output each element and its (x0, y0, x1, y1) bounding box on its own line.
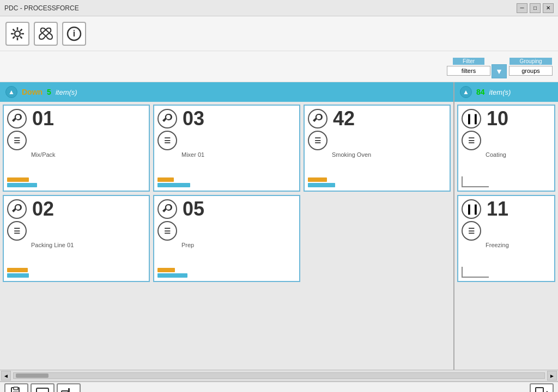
card-chart-03 (157, 175, 296, 187)
wrench-icon-42 (308, 109, 327, 128)
filter-group: Filter filters (447, 58, 490, 76)
filter-label: Filter (453, 58, 484, 65)
bar-orange-42 (308, 177, 327, 182)
scroll-left-button[interactable]: ◄ (1, 371, 11, 381)
bottom-left-icons (4, 383, 81, 393)
list-icon-42: ☰ (308, 131, 327, 150)
bar-orange-05 (157, 268, 175, 272)
machine-card-42[interactable]: ☰ 42 Smoking Oven (304, 105, 451, 192)
bar-blue-42 (308, 183, 335, 187)
wrench-icon-01 (7, 109, 27, 128)
grouping-label: Grouping (510, 58, 551, 65)
machine-number-42: 42 (333, 109, 355, 128)
filter-bar: Filter filters ▼ Grouping groups (0, 51, 558, 82)
groups-button[interactable]: groups (509, 66, 553, 76)
card-header-11: ❙❙ ☰ 11 (462, 199, 551, 241)
list-icon-05: ☰ (157, 221, 177, 241)
forklift-icon[interactable] (57, 383, 81, 393)
machine-card-03[interactable]: ☰ 03 Mixer 01 (153, 105, 300, 192)
down-collapse-button[interactable]: ▲ (5, 86, 17, 98)
scroll-right-button[interactable]: ► (547, 371, 557, 381)
list-icon-11: ☰ (462, 221, 481, 241)
list-icon-03: ☰ (157, 131, 177, 150)
settings-icon[interactable] (5, 22, 29, 46)
svg-line-6 (20, 36, 22, 39)
machine-card-05[interactable]: ☰ 05 Prep (153, 195, 300, 282)
machine-card-02[interactable]: ☰ 02 Packing Line 01 (3, 195, 150, 282)
machine-card-01[interactable]: ☰ 01 Mix/Pack (3, 105, 150, 192)
card-header-03: ☰ 03 (157, 109, 296, 150)
svg-line-8 (13, 36, 15, 39)
wrench-icon-05 (157, 199, 177, 219)
svg-point-0 (15, 31, 20, 36)
machine-number-03: 03 (183, 109, 204, 128)
minimize-button[interactable]: ─ (517, 3, 527, 13)
right-count: 84 (476, 88, 485, 96)
down-label: Down (22, 88, 43, 96)
card-header-05: ☰ 05 (157, 199, 296, 241)
close-button[interactable]: ✕ (543, 3, 554, 13)
list-icon-10: ☰ (462, 131, 481, 150)
app-title: PDC - PROCESSFORCE (4, 4, 79, 12)
bottom-toolbar (0, 382, 558, 392)
svg-rect-16 (37, 388, 48, 393)
card-chart-11 (462, 265, 551, 278)
card-header-42: ☰ 42 (308, 109, 446, 150)
scrollbar-area: ◄ ► (0, 370, 558, 382)
maximize-button[interactable]: □ (530, 3, 541, 13)
scroll-track[interactable] (13, 372, 545, 379)
pause-icon-11: ❙❙ (462, 199, 481, 219)
card-chart-05 (157, 266, 296, 278)
monitor-icon[interactable] (31, 383, 54, 393)
scroll-thumb[interactable] (16, 373, 48, 378)
machine-number-05: 05 (183, 199, 204, 219)
machine-name-42: Smoking Oven (332, 151, 446, 158)
svg-rect-20 (68, 388, 70, 393)
tools-icon[interactable] (34, 22, 58, 46)
svg-line-5 (13, 29, 15, 31)
info-icon[interactable]: i (62, 22, 86, 46)
empty-slot (304, 195, 451, 282)
bar-blue-05 (157, 273, 187, 278)
bar-blue-02 (7, 273, 29, 278)
wrench-icon-02 (7, 199, 27, 219)
card-header-10: ❙❙ ☰ 10 (462, 109, 551, 150)
wrench-icon-03 (157, 109, 177, 128)
machine-card-10[interactable]: ❙❙ ☰ 10 Coating (457, 105, 555, 192)
bar-orange-02 (7, 268, 28, 272)
document-icon[interactable] (4, 383, 28, 393)
list-icon-02: ☰ (7, 221, 27, 241)
right-items-label: item(s) (489, 88, 511, 96)
right-collapse-button[interactable]: ▲ (460, 86, 472, 98)
machine-number-10: 10 (487, 109, 508, 128)
filter-button[interactable]: filters (447, 66, 490, 76)
bar-orange-03 (157, 177, 174, 182)
machine-name-02: Packing Line 01 (31, 242, 145, 248)
grouping-group: Grouping groups (509, 58, 553, 76)
bar-orange-01 (7, 177, 29, 182)
card-chart-10 (462, 174, 551, 187)
left-panel: ▲ Down 5 item(s) ☰ 01 (0, 82, 454, 370)
bar-blue-01 (7, 183, 37, 187)
card-chart-02 (7, 266, 145, 278)
machine-number-01: 01 (32, 109, 54, 128)
machine-name-01: Mix/Pack (31, 151, 145, 158)
right-panel: ▲ 84 item(s) ❙❙ ☰ 10 Coating (454, 82, 558, 370)
down-items-label: item(s) (56, 88, 77, 96)
machine-name-10: Coating (486, 151, 551, 158)
machine-number-11: 11 (487, 199, 508, 219)
filter-funnel-icon[interactable]: ▼ (492, 64, 507, 78)
machine-card-11[interactable]: ❙❙ ☰ 11 Freezing (457, 195, 555, 282)
toolbar: i (0, 16, 558, 51)
machine-name-03: Mixer 01 (181, 151, 296, 158)
machine-name-11: Freezing (486, 242, 551, 248)
card-chart-01 (7, 175, 145, 187)
main-content: ▲ Down 5 item(s) ☰ 01 (0, 82, 558, 370)
card-header-01: ☰ 01 (7, 109, 145, 150)
titlebar: PDC - PROCESSFORCE ─ □ ✕ (0, 0, 558, 16)
card-header-02: ☰ 02 (7, 199, 145, 241)
list-icon-01: ☰ (7, 131, 27, 150)
machine-name-05: Prep (181, 242, 296, 248)
exit-icon[interactable] (530, 383, 554, 393)
svg-rect-24 (536, 388, 543, 393)
